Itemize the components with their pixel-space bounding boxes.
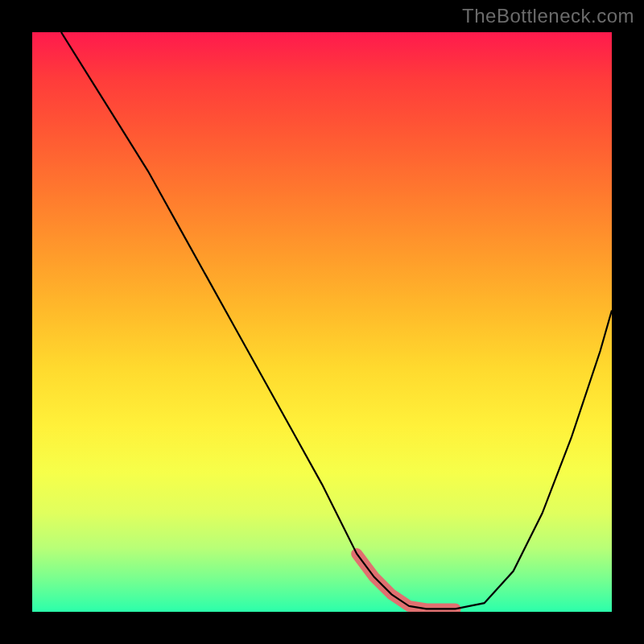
curve-svg [32,32,612,612]
bottleneck-curve [61,32,612,609]
chart-frame: TheBottleneck.com [0,0,644,644]
optimum-band [357,554,455,609]
watermark-text: TheBottleneck.com [462,5,634,27]
plot-area [32,32,612,612]
